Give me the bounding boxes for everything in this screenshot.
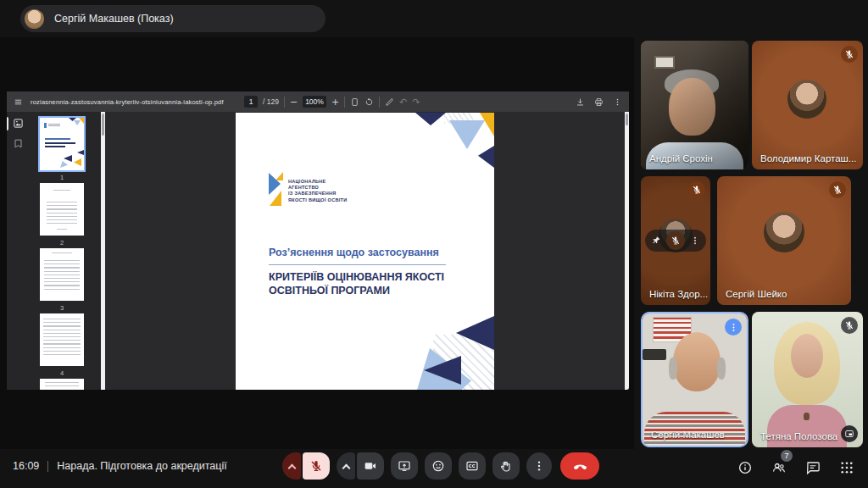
top-bar: Сергій Макашев (Показ)	[0, 0, 868, 37]
pdf-sidebar-strip	[7, 112, 30, 390]
download-icon[interactable]	[576, 97, 585, 107]
print-icon[interactable]	[594, 97, 604, 107]
picture-in-picture-button[interactable]	[841, 425, 858, 442]
camera-icon	[364, 459, 377, 473]
participant-avatar	[787, 80, 826, 119]
pdf-thumbnail-page-5[interactable]	[40, 379, 84, 390]
presenter-avatar	[25, 9, 44, 29]
more-options-icon[interactable]	[613, 97, 622, 107]
menu-icon[interactable]	[14, 97, 23, 107]
title-rule	[269, 264, 446, 265]
document-subtitle-line2: ОСВІТНЬОЇ ПРОГРАМИ	[269, 285, 390, 297]
chat-icon	[805, 460, 821, 475]
tile-more-options-button[interactable]	[725, 319, 742, 336]
mic-options-chevron[interactable]	[282, 452, 301, 480]
pdf-scrollbar-thumb[interactable]	[626, 114, 628, 125]
present-icon	[398, 459, 411, 473]
participant-name: Андрій Єрохін	[649, 153, 713, 164]
meeting-details-button[interactable]	[734, 457, 756, 479]
thumbnail-page-number: 2	[40, 239, 84, 247]
rotate-icon[interactable]	[364, 97, 374, 107]
page-number-input[interactable]: 1	[244, 96, 258, 108]
captions-button[interactable]	[459, 452, 486, 480]
pdf-thumbnail-page-2[interactable]	[40, 183, 84, 236]
pdf-toolbar: roziasnennia-zastosuvannia-kryteriiv-ots…	[7, 92, 629, 112]
naqa-logo	[275, 172, 283, 180]
thumbnail-page-number: 1	[40, 174, 84, 182]
camera-toggle-button[interactable]	[357, 452, 384, 480]
video-tile-volodymyr-kartash[interactable]: Володимир Карташ...	[752, 41, 863, 169]
participant-name: Сергій Макашев	[651, 430, 725, 440]
participant-avatar	[764, 212, 804, 252]
video-tile-serhii-makashev[interactable]: Сергій Макашев	[641, 312, 748, 447]
redo-button[interactable]: ↷	[412, 97, 420, 107]
phone-down-icon	[572, 458, 588, 474]
thumbnail-page-number: 3	[40, 304, 84, 313]
mic-muted-indicator	[688, 181, 705, 198]
pdf-thumbnail-page-1[interactable]	[40, 118, 84, 170]
thumbnail-scrollbar-thumb[interactable]	[102, 114, 104, 136]
divider	[47, 461, 48, 472]
document-outline-icon[interactable]	[13, 138, 24, 149]
mic-muted-indicator	[829, 181, 846, 198]
bottom-bar: 16:09 Нарада. Підготовка до акредитації	[0, 449, 868, 488]
participant-name: Сергій Шейко	[726, 289, 787, 299]
presentation-stage: roziasnennia-zastosuvannia-kryteriiv-ots…	[0, 37, 634, 449]
side-panel-buttons: 7	[734, 454, 858, 481]
meeting-title: Нарада. Підготовка до акредитації	[57, 460, 226, 472]
presenter-name-label: Сергій Макашев (Показ)	[54, 13, 174, 25]
zoom-out-button[interactable]: −	[290, 97, 298, 107]
apps-grid-icon	[839, 460, 854, 475]
kebab-icon	[532, 459, 546, 473]
shared-pdf-viewer: roziasnennia-zastosuvannia-kryteriiv-ots…	[7, 92, 629, 390]
pdf-body: 1 2 3	[7, 112, 629, 390]
zoom-level-input[interactable]: 100%	[303, 96, 326, 108]
hand-icon	[499, 459, 513, 473]
camera-options-chevron[interactable]	[337, 452, 355, 480]
participant-name: Нікіта Здор...	[649, 289, 708, 299]
document-title: Роз’яснення щодо застосування	[269, 247, 439, 258]
decorative-triangles	[415, 113, 446, 125]
zoom-in-button[interactable]: +	[331, 97, 339, 107]
annotate-pen-icon[interactable]	[385, 97, 394, 107]
video-tile-serhii-sheiko[interactable]: Сергій Шейко	[717, 176, 851, 305]
toolbar-divider	[344, 97, 345, 108]
reactions-button[interactable]	[425, 452, 452, 480]
pdf-page-area: НАЦІОНАЛЬНЕ АГЕНТСТВО ІЗ ЗАБЕЗПЕЧЕННЯ ЯК…	[105, 112, 625, 390]
active-view-indicator	[7, 117, 8, 130]
more-options-icon[interactable]	[690, 236, 700, 246]
people-icon	[771, 460, 787, 475]
thumbnails-view-icon[interactable]	[13, 118, 24, 129]
present-screen-button[interactable]	[391, 452, 418, 480]
video-tile-nikita-zdor[interactable]: Нікіта Здор...	[641, 176, 710, 305]
pdf-thumbnail-pane: 1 2 3	[30, 112, 101, 390]
pin-icon[interactable]	[651, 236, 661, 246]
chat-panel-button[interactable]	[802, 457, 824, 479]
end-call-button[interactable]	[560, 452, 599, 480]
video-tile-andrii-yerokhin[interactable]: Андрій Єрохін	[641, 41, 748, 169]
info-icon	[737, 460, 753, 475]
toolbar-divider	[284, 97, 285, 108]
mic-toggle-button[interactable]	[303, 452, 330, 480]
people-panel-button[interactable]: 7	[768, 457, 790, 479]
undo-button[interactable]: ↶	[399, 97, 407, 107]
fit-page-icon[interactable]	[350, 97, 359, 107]
tile-hover-controls	[645, 230, 706, 252]
video-tile-tetiana-polozova[interactable]: Тетяна Полозова	[752, 312, 863, 447]
activities-button[interactable]	[836, 457, 858, 479]
pdf-thumbnail-page-4[interactable]	[40, 313, 84, 366]
captions-icon	[465, 459, 479, 473]
thumbnail-page-number: 4	[40, 369, 84, 378]
clock: 16:09	[13, 460, 39, 472]
pdf-thumbnail-page-3[interactable]	[40, 248, 84, 301]
call-controls	[282, 452, 599, 480]
presenter-banner: Сергій Макашев (Показ)	[20, 5, 326, 32]
raise-hand-button[interactable]	[492, 452, 520, 480]
participant-count-badge: 7	[781, 450, 793, 462]
pdf-scrollbar[interactable]	[625, 112, 629, 390]
participant-video	[641, 41, 748, 169]
document-page: НАЦІОНАЛЬНЕ АГЕНТСТВО ІЗ ЗАБЕЗПЕЧЕННЯ ЯК…	[236, 113, 494, 390]
more-options-button[interactable]	[526, 452, 552, 480]
chevron-up-icon	[342, 463, 350, 472]
document-subtitle-line1: КРИТЕРІЇВ ОЦІНЮВАННЯ ЯКОСТІ	[269, 271, 444, 283]
